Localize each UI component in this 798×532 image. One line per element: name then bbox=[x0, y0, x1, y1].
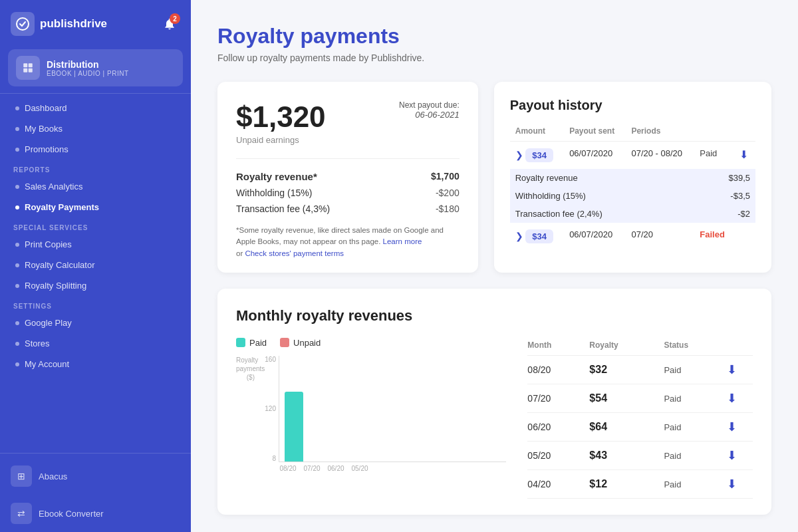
sidebar-item-label: My Account bbox=[25, 359, 69, 369]
dot-icon bbox=[15, 106, 19, 110]
earnings-top: $1,320 Unpaid earnings Next payout due: … bbox=[236, 100, 460, 159]
payout-amount-badge: $34 bbox=[525, 148, 553, 162]
sidebar-item-label: My Books bbox=[25, 124, 63, 134]
notification-bell[interactable]: 2 bbox=[159, 13, 180, 35]
payout-chevron[interactable]: ❯ $34 bbox=[510, 142, 564, 170]
dot-icon bbox=[15, 148, 19, 152]
bottom-divider bbox=[0, 453, 191, 454]
payout-periods: 07/20 - 08/20 bbox=[626, 142, 694, 170]
distribution-section[interactable]: Distribution EBOOK | AUDIO | PRINT bbox=[8, 49, 183, 86]
y-ticks-area: 160 120 8 bbox=[260, 356, 506, 462]
chart-inner: 160 120 8 bbox=[236, 356, 506, 472]
notification-badge: 2 bbox=[170, 13, 180, 24]
y-axis-label: Royalty payments($) bbox=[236, 356, 255, 382]
sidebar-item-promotions[interactable]: Promotions bbox=[0, 139, 191, 160]
payout-status: Paid bbox=[700, 148, 717, 158]
royalty-revenue-val: $1,700 bbox=[431, 171, 460, 182]
x-label: 07/20 bbox=[303, 465, 321, 472]
sidebar-item-my-account[interactable]: My Account bbox=[0, 354, 191, 374]
royalty-status-cell: Paid bbox=[664, 394, 681, 404]
learn-more-link[interactable]: Learn more bbox=[383, 237, 422, 245]
sidebar-tool-ebook-converter[interactable]: ⇄ Ebook Converter bbox=[0, 495, 191, 532]
month-cell: 08/20 bbox=[527, 355, 589, 384]
sidebar-item-stores[interactable]: Stores bbox=[0, 333, 191, 354]
sidebar-item-label: Royalty Calculator bbox=[25, 260, 95, 270]
unpaid-dot bbox=[280, 338, 289, 347]
dot-icon bbox=[15, 205, 19, 209]
sidebar-item-print-copies[interactable]: Print Copies bbox=[0, 234, 191, 255]
sidebar-item-dashboard[interactable]: Dashboard bbox=[0, 98, 191, 118]
download-icon[interactable]: ⬇ bbox=[739, 149, 748, 160]
detail-label: Withholding (15%) bbox=[510, 187, 626, 205]
detail-label: Transaction fee (2,4%) bbox=[510, 205, 626, 223]
expand-button[interactable]: ❯ bbox=[515, 150, 523, 160]
cards-row: $1,320 Unpaid earnings Next payout due: … bbox=[217, 82, 771, 273]
tool-label: Ebook Converter bbox=[39, 509, 104, 519]
month-cell: 04/20 bbox=[527, 469, 589, 498]
y-tick: 120 bbox=[260, 405, 276, 412]
x-labels: 08/20 07/20 06/20 05/20 bbox=[260, 465, 506, 472]
bar-paid bbox=[285, 392, 303, 462]
svg-rect-3 bbox=[23, 68, 27, 72]
royalty-table-area: Month Royalty Status 08/20 $32 Paid ⬇ bbox=[527, 338, 753, 499]
col-periods: Periods bbox=[626, 124, 694, 142]
monthly-royalties-card: Monthly royalty revenues Paid Unpaid Roy… bbox=[217, 289, 771, 515]
table-row: 04/20 $12 Paid ⬇ bbox=[527, 469, 753, 498]
payout-history-card: Payout history Amount Payout sent Period… bbox=[494, 82, 771, 273]
settings-section-label: SETTINGS bbox=[0, 296, 191, 313]
check-stores-link[interactable]: Check stores' payment terms bbox=[245, 249, 344, 257]
download-icon[interactable]: ⬇ bbox=[727, 392, 737, 405]
distribution-icon bbox=[16, 56, 40, 80]
table-row-detail: Withholding (15%) -$3,5 bbox=[510, 187, 755, 205]
legend-paid: Paid bbox=[236, 338, 267, 348]
withholding-label: Withholding (15%) bbox=[236, 188, 312, 198]
download-icon[interactable]: ⬇ bbox=[727, 449, 737, 462]
transaction-val: -$180 bbox=[436, 203, 460, 214]
col-status bbox=[694, 124, 733, 142]
tool-label: Abacus bbox=[39, 471, 67, 481]
expand-button[interactable]: ❯ bbox=[515, 231, 523, 241]
reports-section-label: REPORTS bbox=[0, 160, 191, 176]
dot-icon bbox=[15, 284, 19, 288]
sidebar-tool-abacus[interactable]: ⊞ Abacus bbox=[0, 458, 191, 495]
next-payout-date: 06-06-2021 bbox=[399, 110, 460, 120]
monthly-content: Paid Unpaid Royalty payments($) 160 120 bbox=[236, 338, 753, 499]
sidebar-item-google-play[interactable]: Google Play bbox=[0, 313, 191, 333]
download-icon[interactable]: ⬇ bbox=[727, 477, 737, 491]
table-row: 08/20 $32 Paid ⬇ bbox=[527, 355, 753, 384]
transaction-row: Transaction fee (4,3%) -$180 bbox=[236, 203, 460, 214]
next-payout-label: Next payout due: bbox=[399, 100, 460, 110]
sidebar-item-my-books[interactable]: My Books bbox=[0, 118, 191, 139]
royalty-revenue-label: Royalty revenue* bbox=[236, 171, 317, 182]
earnings-left: $1,320 Unpaid earnings bbox=[236, 100, 326, 145]
bar-group bbox=[285, 392, 303, 462]
next-payout: Next payout due: 06-06-2021 bbox=[399, 100, 460, 120]
sidebar: publishdrive 2 Distribution EBOOK | AUDI… bbox=[0, 0, 191, 532]
sidebar-item-label: Stores bbox=[25, 338, 50, 348]
sidebar-item-label: Sales Analytics bbox=[25, 182, 82, 192]
earnings-label: Unpaid earnings bbox=[236, 135, 326, 145]
col-download bbox=[734, 124, 755, 142]
payout-title: Payout history bbox=[510, 98, 755, 113]
sidebar-item-royalty-splitting[interactable]: Royalty Splitting bbox=[0, 275, 191, 296]
page-title: Royalty payments bbox=[217, 24, 771, 49]
royalty-amount-cell: $32 bbox=[589, 364, 607, 375]
dot-icon bbox=[15, 263, 19, 267]
paid-dot bbox=[236, 338, 245, 347]
dot-icon bbox=[15, 342, 19, 346]
sidebar-item-label: Royalty Payments bbox=[25, 202, 99, 212]
table-row: 06/20 $64 Paid ⬇ bbox=[527, 412, 753, 441]
download-icon[interactable]: ⬇ bbox=[727, 420, 737, 434]
sidebar-item-royalty-payments[interactable]: Royalty Payments bbox=[0, 197, 191, 217]
sidebar-item-royalty-calculator[interactable]: Royalty Calculator bbox=[0, 255, 191, 275]
sidebar-item-sales-analytics[interactable]: Sales Analytics bbox=[0, 176, 191, 197]
month-cell: 05/20 bbox=[527, 441, 589, 469]
table-row: ❯ $34 06/07/2020 07/20 Failed bbox=[510, 223, 755, 250]
monthly-title: Monthly royalty revenues bbox=[236, 307, 753, 325]
royalty-status-cell: Paid bbox=[664, 365, 681, 375]
y-tick: 160 bbox=[260, 356, 276, 363]
payout-chevron[interactable]: ❯ $34 bbox=[510, 223, 564, 250]
distribution-label: Distribution bbox=[47, 59, 129, 70]
download-icon[interactable]: ⬇ bbox=[727, 363, 737, 376]
sidebar-item-label: Royalty Splitting bbox=[25, 281, 86, 291]
